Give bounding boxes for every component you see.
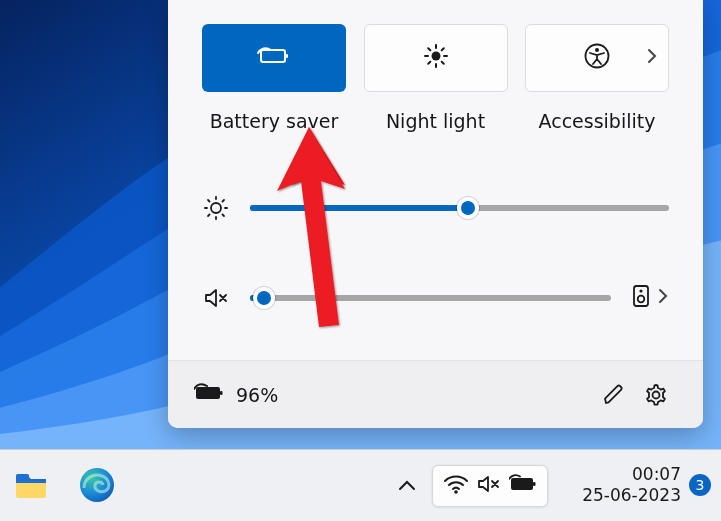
night-light-label: Night light xyxy=(386,110,485,132)
svg-rect-25 xyxy=(220,391,223,395)
brightness-slider-row xyxy=(202,188,669,228)
audio-output-icon[interactable] xyxy=(631,283,651,313)
svg-rect-1 xyxy=(285,54,288,58)
svg-point-12 xyxy=(595,48,599,52)
taskbar-clock[interactable]: 00:07 25-06-2023 xyxy=(582,464,681,505)
accessibility-tile[interactable] xyxy=(525,24,669,92)
svg-point-23 xyxy=(639,289,642,292)
system-tray[interactable] xyxy=(432,465,548,507)
svg-point-13 xyxy=(211,203,221,213)
volume-slider-thumb[interactable] xyxy=(253,287,275,309)
battery-status[interactable]: 96% xyxy=(194,382,278,408)
quick-settings-tiles: Battery saver xyxy=(202,24,669,132)
notification-count-badge[interactable]: 3 xyxy=(689,474,711,496)
volume-slider[interactable] xyxy=(250,295,611,301)
accessibility-label: Accessibility xyxy=(539,110,656,132)
night-light-icon xyxy=(423,43,449,73)
brightness-slider-thumb[interactable] xyxy=(457,197,479,219)
svg-line-8 xyxy=(441,62,443,64)
quick-settings-panel: Battery saver xyxy=(168,0,703,428)
settings-button[interactable] xyxy=(635,374,677,416)
svg-line-19 xyxy=(223,215,225,217)
volume-muted-icon xyxy=(477,473,501,499)
clock-date: 25-06-2023 xyxy=(582,485,681,506)
clock-time: 00:07 xyxy=(582,464,681,485)
night-light-tile[interactable] xyxy=(364,24,508,92)
volume-slider-row xyxy=(202,278,669,318)
svg-point-26 xyxy=(653,391,660,398)
accessibility-icon xyxy=(584,43,610,73)
chevron-right-icon[interactable] xyxy=(657,287,669,309)
quick-settings-footer: 96% xyxy=(168,360,703,428)
brightness-slider[interactable] xyxy=(250,205,669,211)
svg-line-10 xyxy=(441,48,443,50)
battery-percent-label: 96% xyxy=(236,384,278,406)
edit-quick-settings-button[interactable] xyxy=(593,374,635,416)
svg-point-31 xyxy=(454,490,458,494)
file-explorer-icon[interactable] xyxy=(12,466,50,504)
svg-line-20 xyxy=(208,215,210,217)
svg-point-2 xyxy=(431,52,440,61)
svg-line-9 xyxy=(428,62,430,64)
battery-saver-tray-icon xyxy=(509,474,537,498)
tray-overflow-button[interactable] xyxy=(393,472,421,500)
chevron-right-icon xyxy=(646,47,658,69)
svg-line-18 xyxy=(208,200,210,202)
svg-point-24 xyxy=(638,296,645,303)
svg-rect-29 xyxy=(16,474,29,478)
svg-line-21 xyxy=(223,200,225,202)
microsoft-edge-icon[interactable] xyxy=(78,466,116,504)
taskbar: 00:07 25-06-2023 3 xyxy=(0,449,721,521)
svg-rect-32 xyxy=(533,482,536,486)
svg-line-7 xyxy=(428,48,430,50)
battery-saver-tile[interactable] xyxy=(202,24,346,92)
battery-saver-icon xyxy=(257,44,291,72)
volume-muted-icon xyxy=(202,285,230,311)
wifi-icon xyxy=(443,473,469,499)
battery-icon xyxy=(194,382,224,408)
battery-saver-label: Battery saver xyxy=(210,110,339,132)
brightness-icon xyxy=(202,195,230,221)
